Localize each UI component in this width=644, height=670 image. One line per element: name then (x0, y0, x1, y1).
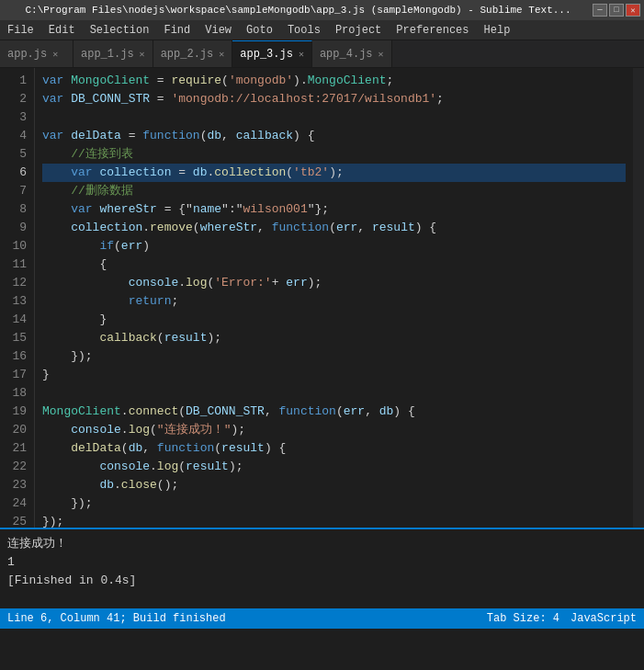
title-text: C:\Program Files\nodejs\workspace\sample… (4, 5, 593, 16)
title-buttons: ─ □ ✕ (593, 4, 640, 17)
menu-tools[interactable]: Tools (280, 20, 328, 40)
menu-file[interactable]: File (0, 20, 41, 40)
code-line-16: }); (42, 347, 626, 366)
code-line-24: }); (42, 494, 626, 513)
code-line-15: callback(result); (42, 329, 626, 347)
title-bar: C:\Program Files\nodejs\workspace\sample… (0, 0, 644, 20)
code-line-4: var delData = function(db, callback) { (42, 127, 626, 145)
menu-help[interactable]: Help (477, 20, 518, 40)
tab-app-js[interactable]: app.js ✕ (0, 40, 73, 67)
tab-app2-js[interactable]: app_2.js ✕ (153, 40, 233, 67)
tab-close-app1-js[interactable]: ✕ (140, 49, 145, 60)
code-line-20: console.log("连接成功！"); (42, 421, 626, 439)
menu-project[interactable]: Project (328, 20, 389, 40)
code-line-14: } (42, 311, 626, 329)
menu-view[interactable]: View (198, 20, 239, 40)
code-line-2: var DB_CONN_STR = 'mongodb://localhost:2… (42, 90, 626, 108)
minimize-button[interactable]: ─ (593, 4, 607, 17)
code-line-11: { (42, 256, 626, 274)
status-bar: Line 6, Column 41; Build finished Tab Si… (0, 608, 644, 629)
tabs-bar: app.js ✕ app_1.js ✕ app_2.js ✕ app_3.js … (0, 40, 644, 68)
tab-close-app4-js[interactable]: ✕ (378, 49, 384, 60)
code-line-18 (42, 384, 626, 403)
code-area[interactable]: var MongoClient = require('mongodb').Mon… (35, 68, 633, 528)
code-line-3 (42, 108, 626, 127)
line-numbers: 1 2 3 4 5 6 7 8 9 10 11 12 13 14 15 16 1… (0, 68, 35, 528)
editor-container: 1 2 3 4 5 6 7 8 9 10 11 12 13 14 15 16 1… (0, 68, 644, 528)
code-line-21: delData(db, function(result) { (42, 439, 626, 458)
output-line-3: [Finished in 0.4s] (7, 572, 637, 590)
tab-close-app2-js[interactable]: ✕ (219, 49, 224, 60)
status-language[interactable]: JavaScript (571, 612, 637, 625)
code-line-1: var MongoClient = require('mongodb').Mon… (42, 72, 626, 90)
code-line-6: var collection = db.collection('tb2'); (42, 164, 626, 182)
close-button[interactable]: ✕ (626, 4, 640, 17)
maximize-button[interactable]: □ (609, 4, 624, 17)
menu-edit[interactable]: Edit (41, 20, 83, 40)
status-tab-size[interactable]: Tab Size: 4 (487, 612, 559, 625)
tab-app4-js[interactable]: app_4.js ✕ (312, 40, 392, 67)
menu-selection[interactable]: Selection (83, 20, 157, 40)
menu-preferences[interactable]: Preferences (389, 20, 476, 40)
output-line-1: 连接成功！ (7, 535, 637, 553)
code-line-9: collection.remove(whereStr, function(err… (42, 219, 626, 237)
tab-close-app-js[interactable]: ✕ (52, 49, 58, 60)
code-line-10: if(err) (42, 237, 626, 256)
code-line-25: }); (42, 513, 626, 528)
status-left: Line 6, Column 41; Build finished (7, 612, 226, 625)
code-line-23: db.close(); (42, 476, 626, 494)
tab-close-app3-js[interactable]: ✕ (299, 49, 304, 60)
code-line-7: //删除数据 (42, 182, 626, 200)
code-line-13: return; (42, 292, 626, 311)
code-line-22: console.log(result); (42, 458, 626, 476)
code-line-8: var whereStr = {"name":"wilson001"}; (42, 200, 626, 219)
scrollbar[interactable] (633, 68, 644, 528)
tab-app3-js[interactable]: app_3.js ✕ (232, 40, 312, 67)
output-line-2: 1 (7, 553, 637, 572)
menu-goto[interactable]: Goto (239, 20, 280, 40)
status-right: Tab Size: 4 JavaScript (487, 612, 637, 625)
menu-find[interactable]: Find (156, 20, 198, 40)
tab-app1-js[interactable]: app_1.js ✕ (73, 40, 153, 67)
status-position: Line 6, Column 41; Build finished (7, 612, 226, 625)
code-line-19: MongoClient.connect(DB_CONN_STR, functio… (42, 403, 626, 421)
menu-bar: File Edit Selection Find View Goto Tools… (0, 20, 644, 40)
code-line-5: //连接到表 (42, 145, 626, 164)
output-panel: 连接成功！ 1 [Finished in 0.4s] (0, 528, 644, 608)
code-line-12: console.log('Error:'+ err); (42, 274, 626, 292)
code-line-17: } (42, 366, 626, 384)
